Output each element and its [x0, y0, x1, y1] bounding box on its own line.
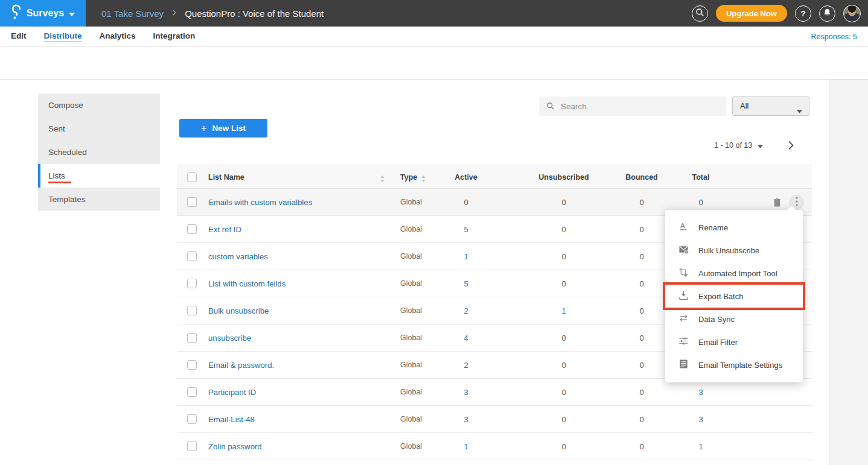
- breadcrumb-page-title: QuestionPro : Voice of the Student: [185, 8, 324, 19]
- list-filter-dropdown[interactable]: All: [732, 96, 809, 116]
- column-header-unsubscribed[interactable]: Unsubscribed: [534, 165, 594, 189]
- top-bar: Surveys 01 Take Survey QuestionPro : Voi…: [0, 0, 868, 27]
- menu-item-label: Export Batch: [698, 292, 743, 301]
- context-menu: ARenameBulk UnsubscribeAutomated Import …: [665, 210, 803, 382]
- new-list-button[interactable]: + New List: [179, 119, 267, 138]
- tab-integration[interactable]: Integration: [153, 31, 196, 42]
- list-name-link[interactable]: Email-List-48: [208, 406, 255, 433]
- menu-item-bulk-unsubscribe[interactable]: Bulk Unsubscribe: [665, 239, 803, 262]
- menu-item-email-template-settings[interactable]: Email Template Settings: [665, 353, 803, 376]
- nav-tabs: EditDistributeAnalyticsIntegration: [11, 27, 195, 46]
- caret-down-icon[interactable]: [758, 140, 763, 151]
- row-checkbox[interactable]: [187, 360, 197, 370]
- chevron-right-icon: [172, 8, 176, 19]
- sort-icon[interactable]: [380, 174, 385, 185]
- list-name-link[interactable]: Participant ID: [208, 379, 256, 406]
- active-cell[interactable]: 4: [448, 324, 484, 352]
- sidebar-item-compose[interactable]: Compose: [38, 93, 160, 117]
- menu-item-export-batch[interactable]: Export Batch: [665, 285, 803, 308]
- active-cell[interactable]: 3: [448, 379, 484, 406]
- total-cell[interactable]: 3: [683, 379, 719, 406]
- sidebar-item-label: Lists: [48, 171, 65, 180]
- sidebar-item-scheduled[interactable]: Scheduled: [38, 141, 160, 164]
- row-checkbox[interactable]: [187, 387, 197, 397]
- list-name-link[interactable]: Ext ref ID: [208, 216, 241, 243]
- unsubscribed-cell[interactable]: 1: [534, 297, 594, 324]
- sidebar-item-label: Sent: [48, 124, 65, 133]
- active-cell[interactable]: 2: [448, 352, 484, 379]
- row-checkbox[interactable]: [187, 279, 197, 288]
- row-checkbox[interactable]: [187, 333, 197, 343]
- row-checkbox[interactable]: [187, 306, 197, 315]
- bounced-cell: 0: [624, 243, 660, 270]
- list-name-link[interactable]: Bulk unsubscribe: [208, 297, 269, 324]
- pagination-range[interactable]: 1 - 10 of 13: [714, 141, 752, 150]
- next-page-button[interactable]: [788, 141, 794, 150]
- total-cell[interactable]: 1: [683, 433, 719, 460]
- row-checkbox[interactable]: [187, 251, 197, 261]
- sidebar-item-lists[interactable]: Lists: [38, 164, 160, 188]
- questionpro-email-lists-page: Surveys 01 Take Survey QuestionPro : Voi…: [0, 0, 868, 465]
- column-header-bounced[interactable]: Bounced: [624, 165, 660, 189]
- bounced-cell: 0: [624, 297, 660, 324]
- list-name-link[interactable]: unsubscribe: [208, 324, 251, 352]
- tab-edit[interactable]: Edit: [11, 31, 27, 42]
- responses-count[interactable]: Responses: 5: [811, 27, 857, 46]
- column-header-total[interactable]: Total: [683, 165, 719, 189]
- bounced-cell: 0: [624, 352, 660, 379]
- table-row: Email-List-48Global3003: [177, 406, 812, 433]
- bounced-cell: 0: [624, 189, 660, 216]
- list-name-link[interactable]: Zolin password: [208, 433, 262, 460]
- automated-import-icon: [678, 267, 689, 280]
- unsubscribed-cell: 0: [534, 352, 594, 379]
- unsubscribed-cell: 0: [534, 270, 594, 297]
- select-all-checkbox[interactable]: [187, 172, 197, 182]
- sidebar-item-sent[interactable]: Sent: [38, 117, 160, 141]
- row-checkbox[interactable]: [187, 414, 197, 424]
- row-checkbox[interactable]: [187, 224, 197, 234]
- column-header-active[interactable]: Active: [448, 165, 484, 189]
- total-cell[interactable]: 3: [683, 406, 719, 433]
- tab-distribute[interactable]: Distribute: [44, 31, 82, 42]
- export-batch-icon: [678, 290, 689, 303]
- menu-item-email-filter[interactable]: Email Filter: [665, 331, 803, 353]
- notifications-button[interactable]: [819, 5, 835, 22]
- breadcrumb-survey-link[interactable]: 01 Take Survey: [101, 8, 164, 19]
- active-cell[interactable]: 2: [448, 297, 484, 324]
- question-mark-icon: ?: [801, 9, 806, 18]
- bounced-cell: 0: [624, 379, 660, 406]
- list-name-link[interactable]: Email & password.: [208, 352, 274, 379]
- menu-item-rename[interactable]: ARename: [665, 216, 803, 239]
- product-switcher[interactable]: Surveys: [0, 0, 86, 27]
- column-header-list-name[interactable]: List Name: [208, 165, 244, 189]
- scrollbar-gutter[interactable]: [829, 80, 868, 465]
- help-button[interactable]: ?: [795, 5, 811, 22]
- menu-item-data-sync[interactable]: Data Sync: [665, 308, 803, 331]
- active-cell[interactable]: 5: [448, 270, 484, 297]
- active-cell[interactable]: 1: [448, 243, 484, 270]
- column-header-type[interactable]: Type: [400, 165, 417, 189]
- dots-vertical-icon: [796, 197, 798, 209]
- sort-icon[interactable]: [421, 174, 426, 185]
- active-cell[interactable]: 5: [448, 216, 484, 243]
- row-checkbox[interactable]: [187, 197, 197, 207]
- type-cell: Global: [400, 216, 422, 243]
- menu-item-label: Email Filter: [698, 338, 738, 347]
- active-cell[interactable]: 3: [448, 406, 484, 433]
- bounced-cell: 0: [624, 406, 660, 433]
- row-checkbox[interactable]: [187, 441, 197, 451]
- list-name-link[interactable]: List with custom feilds: [208, 270, 286, 297]
- search-icon: [695, 8, 704, 19]
- active-cell[interactable]: 1: [448, 433, 484, 460]
- delete-list-button[interactable]: [773, 198, 781, 209]
- list-name-link[interactable]: custom variables: [208, 243, 268, 270]
- list-name-link[interactable]: Emails with custom varialbles: [208, 189, 312, 216]
- tab-analytics[interactable]: Analytics: [100, 31, 136, 42]
- search-button[interactable]: [692, 5, 708, 22]
- menu-item-label: Email Template Settings: [698, 361, 782, 370]
- upgrade-now-button[interactable]: Upgrade Now: [716, 5, 787, 22]
- avatar[interactable]: [843, 5, 861, 22]
- menu-item-automated-import-tool[interactable]: Automated Import Tool: [665, 262, 803, 285]
- search-input[interactable]: [560, 96, 720, 116]
- sidebar-item-templates[interactable]: Templates: [38, 188, 160, 211]
